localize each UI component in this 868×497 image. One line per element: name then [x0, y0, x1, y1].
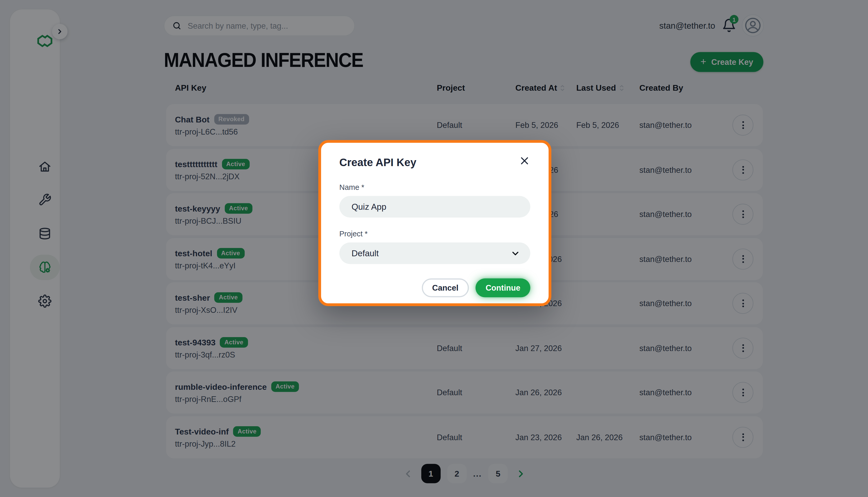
cancel-button[interactable]: Cancel — [422, 279, 469, 297]
create-api-key-modal: Create API Key Name * Project * Default … — [318, 140, 551, 306]
modal-title: Create API Key — [339, 156, 416, 169]
close-icon — [520, 156, 529, 165]
project-field-label: Project * — [339, 230, 530, 238]
name-field-label: Name * — [339, 183, 530, 191]
app-root: stan@tether.to 1 MANAGED INFERENCE + Cre… — [0, 0, 868, 497]
project-select[interactable]: Default — [339, 243, 530, 264]
api-key-name-input[interactable] — [339, 196, 530, 218]
continue-button[interactable]: Continue — [475, 279, 530, 297]
project-select-value: Default — [352, 248, 379, 258]
chevron-down-icon — [511, 248, 521, 259]
close-button[interactable] — [519, 155, 530, 167]
